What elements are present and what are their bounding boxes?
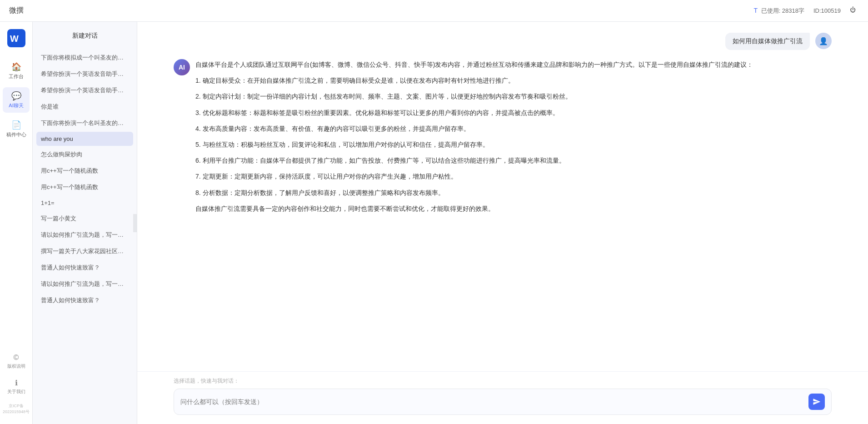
about-item[interactable]: ℹ 关于我们 [3,376,30,398]
ai-chat-label: AI聊天 [9,102,23,109]
message-row-assistant: AI自媒体平台是个人或团队通过互联网平台(如博客、微博、微信公众号、抖音、快手等… [174,59,832,214]
copyright-icon: © [14,354,19,362]
copyright-item[interactable]: © 版权说明 [3,351,30,372]
chat-sidebar: 新建对话 下面你将模拟成一个叫圣友的程序员，我说…希望你扮演一个英语发音助手，我… [33,22,137,424]
chat-list-item[interactable]: 希望你扮演一个英语发音助手，我提供给你… [36,83,133,98]
drafts-label: 稿件中心 [6,131,26,138]
id-label: ID:100519 [813,7,841,14]
chat-list-item[interactable]: 下面你将模拟成一个叫圣友的程序员，我说… [36,50,133,65]
sidebar-item-workbench[interactable]: 🏠 工作台 [3,58,30,84]
chat-input[interactable] [180,398,805,405]
input-wrapper [174,389,832,415]
chat-list-item[interactable]: 用c++写一个随机函数 [36,163,133,179]
chat-list-item[interactable]: 你是谁 [36,99,133,115]
svg-text:W: W [10,34,19,44]
ai-chat-icon: 💬 [11,91,21,101]
chat-list-item[interactable]: 1+1= [36,196,133,210]
sidebar-item-ai-chat[interactable]: 💬 AI聊天 [3,87,30,113]
left-nav: W 🏠 工作台 💬 AI聊天 📄 稿件中心 © 版权说明 ℹ [0,22,33,424]
usage-label: 已使用: 28318字 [761,7,804,14]
copyright-label: 版权说明 [7,363,25,369]
chat-list-item[interactable]: 普通人如何快速致富？ [36,293,133,308]
ai-avatar: AI [174,59,190,75]
logo-area: W [7,29,25,47]
assistant-message-content: 自媒体平台是个人或团队通过互联网平台(如博客、微博、微信公众号、抖音、快手等)发… [195,59,832,214]
message-row-user: 如何用自媒体做推广引流 👤 [174,33,832,50]
sidebar-item-drafts[interactable]: 📄 稿件中心 [3,116,30,142]
chat-list-item[interactable]: 怎么做狗屎炒肉 [36,147,133,162]
topbar-right: T 已使用: 28318字 ID:100519 ⏻ [753,6,859,15]
about-label: 关于我们 [7,389,25,395]
usage-icon: T [753,7,758,14]
usage-info: T 已使用: 28318字 [753,7,804,15]
chat-list-item[interactable]: 撰写一篇关于八大家花园社区一刻钟便民生… [36,244,133,259]
chat-main: 如何用自媒体做推广引流 👤 AI自媒体平台是个人或团队通过互联网平台(如博客、微… [137,22,868,424]
chat-list-item[interactable]: 下面你将扮演一个名叫圣友的医生 [36,115,133,131]
main-layout: W 🏠 工作台 💬 AI聊天 📄 稿件中心 © 版权说明 ℹ [0,22,868,424]
chat-list-item[interactable]: 希望你扮演一个英语发音助手，我提供给你… [36,66,133,82]
chat-list-item[interactable]: 普通人如何快速致富？ [36,260,133,275]
chat-list-item[interactable]: 用c++写一个随机函数 [36,180,133,195]
send-icon [813,398,821,406]
chat-list-item[interactable]: who are you [36,132,133,146]
logo-icon: W [7,29,25,47]
sidebar-collapse-button[interactable]: ‹ [133,214,137,232]
topbar-title: 微撰 [9,6,24,15]
chat-input-area: 选择话题，快速与我对话： [137,371,868,424]
send-button[interactable] [808,394,825,410]
quick-topics-label: 选择话题，快速与我对话： [174,377,832,385]
nav-bottom: © 版权说明 ℹ 关于我们 京ICP备2022015948号 [0,351,32,417]
drafts-icon: 📄 [11,120,21,130]
power-button[interactable]: ⏻ [850,6,859,15]
chat-list: 下面你将模拟成一个叫圣友的程序员，我说…希望你扮演一个英语发音助手，我提供给你…… [33,50,137,424]
chat-list-item[interactable]: 请以如何推广引流为题，写一篇大纲 [36,227,133,243]
user-message-bubble: 如何用自媒体做推广引流 [725,33,810,50]
about-icon: ℹ [15,379,18,387]
nav-items: 🏠 工作台 💬 AI聊天 📄 稿件中心 [0,58,32,351]
chat-messages: 如何用自媒体做推广引流 👤 AI自媒体平台是个人或团队通过互联网平台(如博客、微… [137,22,868,371]
workbench-icon: 🏠 [11,62,21,72]
icp-text: 京ICP备2022015948号 [0,401,32,417]
user-avatar: 👤 [815,33,832,49]
chat-sidebar-header: 新建对话 [33,22,137,50]
topbar: 微撰 T 已使用: 28318字 ID:100519 ⏻ [0,0,868,22]
new-chat-button[interactable]: 新建对话 [40,29,130,43]
chat-list-item[interactable]: 写一篇小黄文 [36,211,133,226]
chat-list-item[interactable]: 请以如何推广引流为题，写一篇大纲 [36,276,133,292]
workbench-label: 工作台 [9,73,24,80]
